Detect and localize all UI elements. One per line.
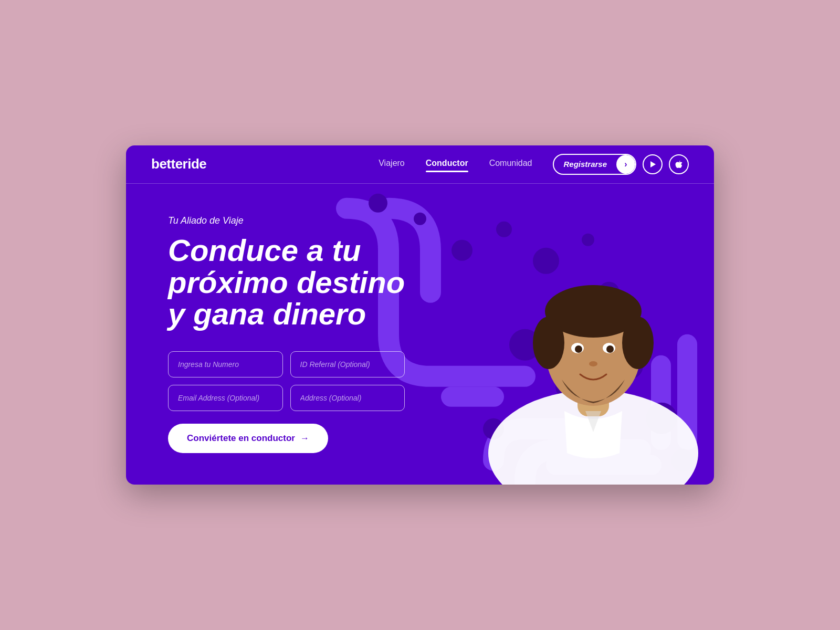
svg-point-24	[622, 317, 654, 369]
nav-actions: Registrarse ›	[553, 154, 689, 175]
svg-point-4	[414, 212, 426, 225]
hero-image-area	[472, 184, 714, 485]
logo: betteride	[151, 156, 206, 172]
apple-button[interactable]	[669, 154, 689, 174]
referral-input[interactable]	[290, 351, 405, 377]
nav-separator	[126, 183, 714, 184]
nav-comunidad[interactable]: Comunidad	[489, 159, 532, 170]
cta-button[interactable]: Conviértete en conductor →	[168, 424, 328, 453]
svg-marker-0	[650, 161, 656, 167]
email-input[interactable]	[168, 385, 283, 411]
svg-point-27	[575, 345, 582, 353]
person-illustration	[472, 201, 714, 485]
play-button[interactable]	[643, 154, 663, 174]
phone-input[interactable]	[168, 351, 283, 377]
nav-conductor[interactable]: Conductor	[426, 159, 468, 170]
browser-window: betteride Viajero Conductor Comunidad Re…	[126, 145, 714, 485]
navbar: betteride Viajero Conductor Comunidad Re…	[126, 145, 714, 183]
address-input[interactable]	[290, 385, 405, 411]
hero-subtitle: Tu Aliado de Viaje	[168, 215, 405, 226]
signup-form	[168, 351, 405, 411]
svg-point-3	[369, 193, 387, 212]
nav-links: Viajero Conductor Comunidad	[379, 159, 532, 170]
svg-point-29	[589, 361, 597, 366]
svg-point-23	[533, 317, 564, 369]
cta-arrow-icon: →	[300, 433, 309, 444]
cta-label: Conviértete en conductor	[187, 433, 295, 444]
hero-section: Tu Aliado de Viaje Conduce a tu próximo …	[126, 184, 714, 485]
nav-viajero[interactable]: Viajero	[379, 159, 405, 170]
register-label: Registrarse	[554, 156, 616, 172]
hero-content: Tu Aliado de Viaje Conduce a tu próximo …	[168, 215, 405, 454]
register-arrow-icon: ›	[616, 155, 635, 174]
svg-point-5	[452, 239, 472, 260]
svg-point-28	[606, 345, 614, 353]
register-button[interactable]: Registrarse ›	[553, 154, 636, 175]
hero-headline: Conduce a tu próximo destino y gana dine…	[168, 235, 405, 331]
